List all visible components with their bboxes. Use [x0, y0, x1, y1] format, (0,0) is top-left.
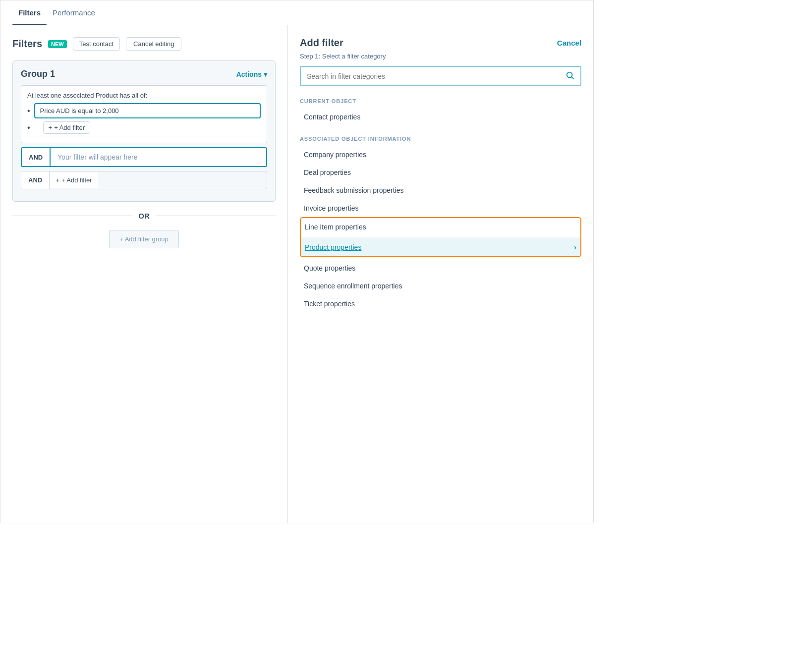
and-placeholder-text: Your filter will appear here: [51, 148, 266, 166]
and-add-filter-row: AND + + Add filter: [21, 171, 267, 189]
line-item-properties-item[interactable]: Line Item properties: [301, 218, 580, 236]
tab-filters[interactable]: Filters: [12, 0, 47, 25]
plus-icon-2: +: [56, 176, 59, 184]
add-filter-title: Add filter: [300, 37, 343, 49]
new-badge: NEW: [48, 40, 67, 48]
highlight-group: Line Item properties Product properties …: [300, 217, 581, 257]
divider: [301, 237, 580, 237]
or-divider: OR: [12, 212, 276, 220]
invoice-properties-item[interactable]: Invoice properties: [300, 199, 581, 217]
and-label: AND: [22, 148, 51, 166]
chevron-down-icon: ▾: [264, 70, 267, 78]
sequence-enrollment-item[interactable]: Sequence enrollment properties: [300, 277, 581, 295]
and-placeholder-row[interactable]: AND Your filter will appear here: [21, 147, 267, 167]
search-input[interactable]: [307, 72, 566, 80]
cancel-editing-button[interactable]: Cancel editing: [126, 37, 181, 51]
or-text: OR: [138, 212, 150, 220]
add-filter-group-button[interactable]: + Add filter group: [109, 230, 179, 248]
quote-properties-item[interactable]: Quote properties: [300, 259, 581, 277]
app-container: Filters Performance Filters NEW Test con…: [0, 0, 594, 523]
contact-properties-item[interactable]: Contact properties: [300, 108, 581, 126]
company-properties-item[interactable]: Company properties: [300, 146, 581, 164]
add-filter-header: Add filter Cancel: [300, 37, 581, 49]
filters-title: Filters: [12, 38, 42, 50]
and-label-plain: AND: [21, 171, 50, 189]
actions-button[interactable]: Actions ▾: [236, 70, 267, 78]
svg-line-1: [571, 77, 573, 79]
product-properties-item[interactable]: Product properties ›: [301, 238, 580, 256]
price-filter-box[interactable]: Price AUD is equal to 2,000: [34, 103, 261, 118]
cancel-link[interactable]: Cancel: [557, 39, 581, 47]
bullet-icon: •: [27, 107, 30, 115]
search-icon: [566, 71, 574, 81]
left-panel: Filters NEW Test contact Cancel editing …: [0, 25, 288, 523]
group-title: Group 1: [21, 69, 55, 79]
group-box: Group 1 Actions ▾ At least one associate…: [12, 60, 276, 202]
step-text: Step 1: Select a filter category: [300, 53, 581, 60]
chevron-right-icon: ›: [574, 243, 576, 251]
condition-box: At least one associated Product has all …: [21, 85, 267, 143]
group-header: Group 1 Actions ▾: [21, 69, 267, 79]
feedback-submission-item[interactable]: Feedback submission properties: [300, 181, 581, 199]
search-box: [300, 66, 581, 86]
right-panel: Add filter Cancel Step 1: Select a filte…: [288, 25, 593, 523]
filter-item-add: • + + Add filter: [27, 121, 261, 134]
add-filter-inner-button[interactable]: + + Add filter: [50, 172, 98, 188]
add-filter-button[interactable]: + + Add filter: [43, 121, 90, 134]
deal-properties-item[interactable]: Deal properties: [300, 164, 581, 181]
associated-object-section: ASSOCIATED OBJECT INFORMATION Company pr…: [300, 136, 581, 313]
condition-title: At least one associated Product has all …: [27, 92, 261, 99]
ticket-properties-item[interactable]: Ticket properties: [300, 295, 581, 313]
plus-icon: +: [49, 124, 53, 131]
tab-performance[interactable]: Performance: [47, 0, 101, 25]
current-object-section: CURRENT OBJECT Contact properties: [300, 98, 581, 126]
bullet-icon-2: •: [27, 123, 30, 132]
tabs-bar: Filters Performance: [0, 0, 593, 25]
main-content: Filters NEW Test contact Cancel editing …: [0, 25, 593, 523]
current-object-heading: CURRENT OBJECT: [300, 98, 581, 104]
filters-header: Filters NEW Test contact Cancel editing: [12, 37, 276, 51]
filter-item-price: • Price AUD is equal to 2,000: [27, 103, 261, 118]
test-contact-button[interactable]: Test contact: [73, 37, 120, 51]
associated-object-heading: ASSOCIATED OBJECT INFORMATION: [300, 136, 581, 142]
